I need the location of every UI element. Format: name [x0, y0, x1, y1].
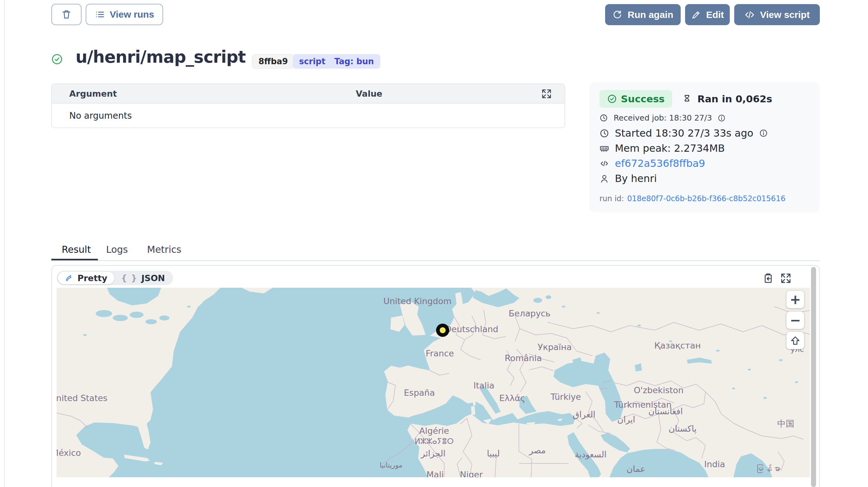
info-icon[interactable]: [759, 129, 768, 138]
map-country-label: Italia: [473, 381, 495, 390]
map-country-label: France: [426, 348, 454, 358]
code-icon: [599, 159, 609, 169]
started-row: Started 18:30 27/3 33s ago: [599, 127, 768, 139]
info-icon[interactable]: [717, 114, 726, 122]
memory-icon: [599, 144, 609, 153]
map-country-label: Türkmenistan: [614, 400, 672, 409]
pen-icon: [65, 274, 74, 282]
hash-badge: 8ffba9: [252, 54, 294, 69]
script-hash-link[interactable]: ef672a536f8ffba9: [615, 157, 705, 170]
map-country-label: O'zbekiston: [634, 385, 683, 395]
run-again-button[interactable]: Run again: [605, 4, 681, 25]
map-country-label: العراق: [573, 409, 595, 419]
map-country-label: پاکستان: [669, 424, 697, 433]
hash-row: ef672a536f8ffba9: [599, 157, 705, 170]
received-row: Received job: 18:30 27/3: [599, 113, 726, 122]
clock-icon: [599, 114, 608, 122]
edit-label: Edit: [706, 9, 724, 20]
view-runs-label: View runs: [110, 9, 154, 20]
map-country-label: عمان: [626, 464, 645, 474]
hourglass-icon: [682, 94, 692, 103]
map-canvas[interactable]: United StatesMéxicoUnited KingdomБеларус…: [57, 288, 810, 477]
result-panel: Pretty { } JSON: [51, 265, 820, 487]
by-text: By henri: [615, 173, 657, 184]
map-country-label: Mali: [427, 470, 444, 478]
map-country-label: السعودية: [575, 450, 607, 459]
pencil-icon: [691, 10, 701, 20]
expand-result-icon[interactable]: [780, 273, 792, 284]
run-info-card: Success Ran in 0,062s Received job: 18:3…: [589, 83, 820, 212]
status-badge: Success: [599, 90, 672, 108]
map-country-label: United States: [57, 393, 107, 403]
success-check-icon: [51, 53, 63, 65]
tab-result[interactable]: Result: [62, 244, 91, 255]
run-id-label: run id:: [599, 194, 624, 203]
map-country-label: 中国: [777, 418, 794, 429]
map-country-label: Україна: [538, 342, 572, 352]
map-country-label: España: [404, 388, 435, 398]
map-country-label: Türkiye: [551, 392, 581, 402]
pretty-toggle[interactable]: Pretty: [58, 272, 114, 284]
arguments-table: Argument Value No arguments: [51, 84, 565, 128]
refresh-icon: [612, 10, 622, 20]
map-country-label: موريتانيا: [380, 461, 403, 469]
result-scrollbar[interactable]: [811, 267, 816, 487]
view-script-label: View script: [760, 9, 810, 20]
map-country-label: ليبيا: [487, 449, 500, 458]
map-zoom-out-button[interactable]: −: [786, 312, 804, 329]
map-country-label: Ελλάς: [499, 393, 525, 403]
map-country-label: India: [704, 459, 725, 469]
kind-badge: script: [293, 54, 332, 69]
run-id-row: run id: 018e80f7-0c6b-b26b-f366-c8b52c01…: [599, 194, 785, 203]
map-country-label: Беларусь: [509, 308, 551, 318]
map-country-label: မြန်မာ: [755, 464, 781, 474]
delete-run-button[interactable]: [51, 4, 82, 25]
map-marker[interactable]: [436, 324, 449, 337]
person-icon: [599, 174, 609, 184]
copy-result-icon[interactable]: [763, 273, 774, 284]
sidebar-divider: [4, 0, 5, 487]
map-country-label: ⵍⵣⵣⴰⵢⴻⵔ: [415, 437, 454, 446]
run-page: View runs Run again Edit View script: [0, 0, 868, 487]
mem-row: Mem peak: 2.2734MB: [599, 142, 725, 154]
page-title: u/henri/map_script: [75, 47, 246, 66]
map-country-label: الجزائر: [421, 449, 445, 458]
col-value: Value: [356, 89, 382, 98]
arrow-up-icon: [790, 336, 800, 346]
view-runs-button[interactable]: View runs: [86, 4, 163, 25]
clock-icon: [599, 128, 609, 138]
map-country-label: Niger: [460, 470, 483, 478]
active-tab-underline: [51, 259, 98, 260]
json-toggle[interactable]: { } JSON: [114, 272, 172, 284]
code-icon: [744, 9, 755, 20]
run-again-label: Run again: [627, 9, 673, 20]
tab-metrics[interactable]: Metrics: [147, 244, 181, 255]
tag-badge: Tag: bun: [328, 54, 380, 69]
map-country-label: România: [505, 353, 542, 363]
expand-table-icon[interactable]: [541, 88, 552, 99]
map-country-label: Қазақстан: [654, 341, 701, 351]
map-zoom-in-button[interactable]: +: [786, 291, 804, 308]
map-country-label: افغانستان: [648, 406, 683, 416]
view-script-button[interactable]: View script: [734, 4, 820, 25]
map-labels: United StatesMéxicoUnited KingdomБеларус…: [57, 288, 810, 477]
mem-text: Mem peak: 2.2734MB: [615, 142, 725, 154]
duration-text: Ran in 0,062s: [698, 93, 772, 104]
no-arguments-text: No arguments: [69, 111, 132, 121]
map-country-label: United Kingdom: [383, 296, 452, 306]
tabs-divider: [51, 260, 820, 261]
map-country-label: ايران: [617, 415, 635, 424]
map-reset-view-button[interactable]: [786, 332, 804, 349]
map-country-label: مصر: [529, 446, 546, 455]
braces-icon: { }: [121, 273, 137, 283]
run-id-link[interactable]: 018e80f7-0c6b-b26b-f366-c8b52c015616: [627, 194, 785, 203]
result-view-toggle: Pretty { } JSON: [57, 271, 173, 285]
col-argument: Argument: [69, 89, 117, 98]
tab-logs[interactable]: Logs: [106, 244, 128, 255]
edit-button[interactable]: Edit: [685, 4, 730, 25]
map-country-label: México: [57, 448, 81, 458]
list-icon: [94, 9, 104, 20]
map-country-label: Algérie: [420, 426, 449, 436]
by-row: By henri: [599, 173, 657, 184]
map-country-label: Deutschland: [445, 324, 498, 334]
